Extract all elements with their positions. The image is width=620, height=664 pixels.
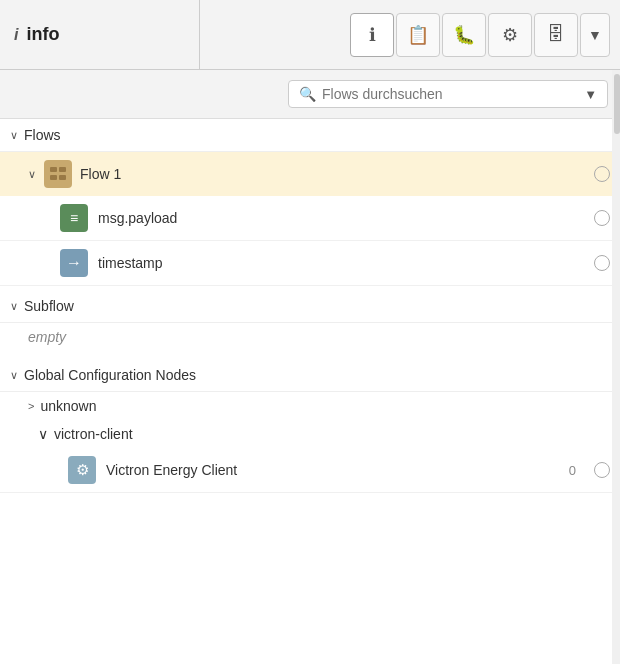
unknown-chevron-icon: > <box>28 400 34 412</box>
node-msg-payload-row[interactable]: ≡ msg.payload <box>0 196 620 241</box>
toolbar-dropdown-arrow-icon: ▼ <box>588 27 602 43</box>
timestamp-radio[interactable] <box>594 255 610 271</box>
subflow-empty-text: empty <box>28 329 66 345</box>
subflow-section-label: Subflow <box>24 298 74 314</box>
search-input[interactable] <box>322 86 578 102</box>
gear-toolbar-icon: ⚙ <box>502 24 518 46</box>
timestamp-label: timestamp <box>98 255 584 271</box>
victron-node-radio[interactable] <box>594 462 610 478</box>
page-title: info <box>26 24 59 45</box>
unknown-group-label: unknown <box>40 398 610 414</box>
scrollbar-thumb <box>614 74 620 134</box>
flows-section-label: Flows <box>24 127 61 143</box>
book-toolbar-icon: 📋 <box>407 24 429 46</box>
subflow-chevron-icon: ∨ <box>10 300 18 313</box>
bug-toolbar-button[interactable]: 🐛 <box>442 13 486 57</box>
search-dropdown-icon[interactable]: ▼ <box>584 87 597 102</box>
victron-chevron-icon: ∨ <box>38 426 48 442</box>
flow1-item[interactable]: ∨ Flow 1 <box>0 152 620 196</box>
timestamp-icon-char: → <box>66 254 82 272</box>
flows-chevron-icon: ∨ <box>10 129 18 142</box>
db-toolbar-icon: 🗄 <box>547 24 565 45</box>
toolbar-dropdown-button[interactable]: ▼ <box>580 13 610 57</box>
search-container: 🔍 ▼ <box>288 80 608 108</box>
flows-section-header[interactable]: ∨ Flows <box>0 119 620 152</box>
timestamp-icon: → <box>60 249 88 277</box>
gear-toolbar-button[interactable]: ⚙ <box>488 13 532 57</box>
bug-toolbar-icon: 🐛 <box>453 24 475 46</box>
info-toolbar-icon: ℹ <box>369 24 376 46</box>
svg-rect-2 <box>50 175 57 180</box>
search-icon: 🔍 <box>299 86 316 102</box>
info-icon-label: i <box>14 26 18 44</box>
victron-node-label: Victron Energy Client <box>106 462 559 478</box>
flow1-label: Flow 1 <box>80 166 586 182</box>
flow1-icon <box>44 160 72 188</box>
flow-grid-icon <box>49 166 67 182</box>
subflow-empty-label: empty <box>0 323 620 355</box>
search-bar-row: 🔍 ▼ <box>0 70 620 119</box>
info-toolbar-button[interactable]: ℹ <box>350 13 394 57</box>
flow1-chevron-icon: ∨ <box>28 168 36 181</box>
toolbar: ℹ 📋 🐛 ⚙ 🗄 ▼ <box>200 0 620 69</box>
global-config-section-label: Global Configuration Nodes <box>24 367 196 383</box>
victron-node-count: 0 <box>569 463 576 478</box>
victron-node-icon: ⚙ <box>68 456 96 484</box>
db-toolbar-button[interactable]: 🗄 <box>534 13 578 57</box>
svg-rect-0 <box>50 167 57 172</box>
msg-payload-radio[interactable] <box>594 210 610 226</box>
svg-rect-1 <box>59 167 66 172</box>
book-toolbar-button[interactable]: 📋 <box>396 13 440 57</box>
unknown-group-row[interactable]: > unknown <box>0 392 620 420</box>
msg-payload-icon: ≡ <box>60 204 88 232</box>
subflow-section-header[interactable]: ∨ Subflow <box>0 290 620 323</box>
victron-group-label: victron-client <box>54 426 610 442</box>
flow1-radio[interactable] <box>594 166 610 182</box>
svg-rect-3 <box>59 175 66 180</box>
global-config-section-header[interactable]: ∨ Global Configuration Nodes <box>0 359 620 392</box>
header: i info ℹ 📋 🐛 ⚙ 🗄 ▼ <box>0 0 620 70</box>
victron-energy-client-row[interactable]: ⚙ Victron Energy Client 0 <box>0 448 620 493</box>
victron-group-row[interactable]: ∨ victron-client <box>0 420 620 448</box>
msg-payload-label: msg.payload <box>98 210 584 226</box>
header-title-area: i info <box>0 0 200 69</box>
scrollbar[interactable] <box>612 70 620 664</box>
victron-node-icon-char: ⚙ <box>76 461 89 479</box>
app-container: i info ℹ 📋 🐛 ⚙ 🗄 ▼ 🔍 <box>0 0 620 664</box>
node-timestamp-row[interactable]: → timestamp <box>0 241 620 286</box>
tree-content: ∨ Flows ∨ Flow 1 ≡ msg.payload <box>0 119 620 493</box>
global-config-chevron-icon: ∨ <box>10 369 18 382</box>
msg-payload-icon-char: ≡ <box>70 210 78 226</box>
